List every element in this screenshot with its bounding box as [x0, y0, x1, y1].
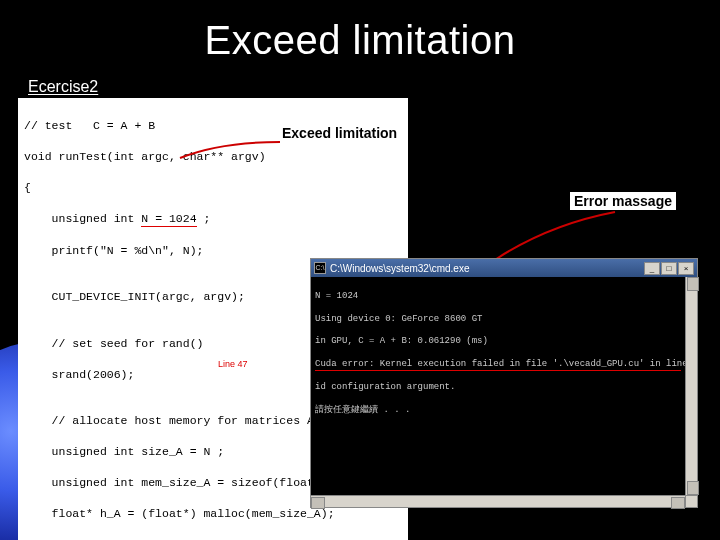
callout-error-massage: Error massage: [570, 192, 676, 210]
cmd-line: N = 1024: [315, 291, 681, 302]
cmd-window: C:\ C:\Windows\system32\cmd.exe _ □ × N …: [310, 258, 698, 508]
code-line: {: [24, 180, 402, 196]
callout-exceed-limitation: Exceed limitation: [280, 124, 399, 142]
slide-subtitle: Ecercise2: [28, 78, 98, 96]
cmd-line: id configuration argument.: [315, 382, 681, 393]
cmd-title-text: C:\Windows\system32\cmd.exe: [330, 263, 640, 274]
close-button[interactable]: ×: [678, 262, 694, 275]
scrollbar-vertical[interactable]: [685, 277, 697, 495]
resize-grip[interactable]: [685, 495, 697, 507]
code-line: float* h_A = (float*) malloc(mem_size_A)…: [24, 506, 402, 522]
cmd-error-line: Cuda error: Kernel execution failed in f…: [315, 359, 681, 371]
cmd-titlebar[interactable]: C:\ C:\Windows\system32\cmd.exe _ □ ×: [311, 259, 697, 277]
cmd-line: Using device 0: GeForce 8600 GT: [315, 314, 681, 325]
cmd-line: in GPU, C = A + B: 0.061290 (ms): [315, 336, 681, 347]
highlight-n1024: N = 1024: [141, 211, 196, 228]
cmd-output: N = 1024 Using device 0: GeForce 8600 GT…: [311, 277, 685, 495]
code-line: void runTest(int argc, char** argv): [24, 149, 402, 165]
line47-label: Line 47: [218, 358, 248, 370]
cmd-icon: C:\: [314, 262, 326, 274]
slide-title: Exceed limitation: [205, 18, 516, 63]
code-line: unsigned int N = 1024 ;: [24, 211, 402, 228]
code-line: printf("N = %d\n", N);: [24, 243, 402, 259]
minimize-button[interactable]: _: [644, 262, 660, 275]
scrollbar-horizontal[interactable]: [311, 495, 685, 507]
maximize-button[interactable]: □: [661, 262, 677, 275]
cmd-line: 請按任意鍵繼續 . . .: [315, 405, 681, 416]
